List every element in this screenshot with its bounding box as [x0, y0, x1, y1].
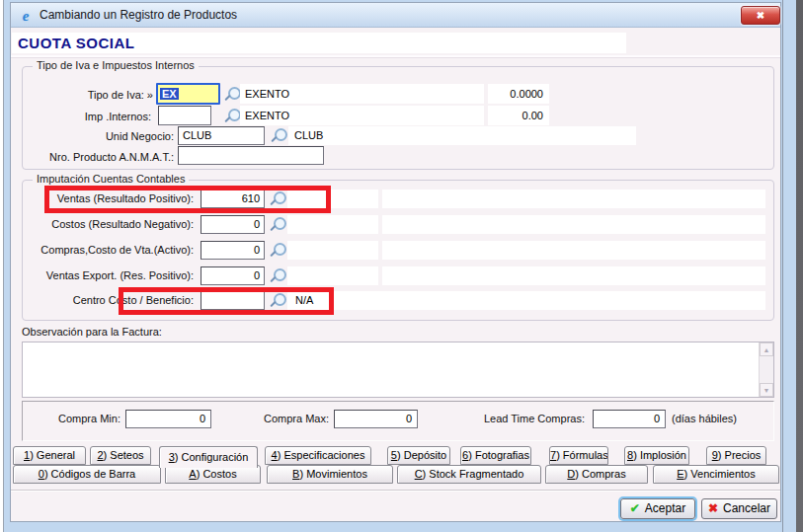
frame-shadow [782, 0, 783, 532]
ventas-export-input[interactable]: 0 [201, 266, 265, 285]
tab-fotografias[interactable]: 6) Fotografias [460, 446, 531, 465]
separator [11, 57, 780, 58]
search-icon[interactable] [269, 267, 285, 284]
ventas-label: Ventas (Resultado Positivo): [22, 190, 194, 208]
search-icon[interactable] [223, 108, 240, 124]
observacion-textarea[interactable]: ▲ ▼ [22, 342, 774, 398]
search-icon[interactable] [270, 127, 286, 144]
compra-min-label: Compra Min: [30, 410, 120, 428]
compra-min-input[interactable]: 0 [125, 410, 211, 428]
tab-precios[interactable]: 9) Precios [706, 446, 766, 465]
costos-input[interactable]: 0 [201, 215, 265, 234]
group-tipo-iva-legend: Tipo de Iva e Impuestos Internos [33, 59, 199, 71]
search-icon[interactable] [223, 86, 240, 103]
tipo-iva-rate-field: 0.0000 [488, 84, 549, 104]
unid-negocio-desc-field: CLUB [288, 126, 636, 145]
imp-internos-desc-field: EXENTO [240, 106, 484, 125]
scroll-up-icon[interactable]: ▲ [760, 342, 773, 356]
tipo-iva-desc-field: EXENTO [240, 84, 484, 104]
background-left [0, 0, 4, 532]
compras-activo-input[interactable]: 0 [201, 241, 265, 260]
ventas-export-desc-field [287, 266, 378, 285]
compra-max-input[interactable]: 0 [334, 410, 418, 428]
imp-internos-rate-field: 0.00 [488, 106, 549, 125]
group-cuentas-legend: Imputación Cuentas Contables [33, 173, 189, 185]
costos-label: Costos (Resultado Negativo): [22, 215, 194, 234]
accept-button[interactable]: ✔Aceptar [620, 498, 695, 519]
tab-implosion[interactable]: 8) Implosión [624, 446, 689, 465]
tipo-iva-input[interactable]: EX [156, 83, 220, 105]
costos-extra-field [382, 215, 765, 234]
search-icon[interactable] [269, 216, 285, 233]
screen: e Cambiando un Registro de Productos ✖ C… [0, 0, 803, 532]
tab-movimientos[interactable]: B) Movimientos [267, 465, 393, 484]
tab-especificaciones[interactable]: 4) Especificaciones [265, 446, 371, 465]
compras-activo-desc-field [287, 241, 378, 260]
tab-vencimientos[interactable]: E) Vencimientos [653, 465, 779, 484]
background-window-behind [796, 0, 803, 532]
search-icon[interactable] [269, 292, 285, 309]
centro-costo-input[interactable] [201, 291, 265, 310]
ventas-export-label: Ventas Export. (Res. Positivo): [22, 266, 194, 285]
tab-deposito[interactable]: 5) Depósito [387, 446, 450, 465]
imp-internos-input[interactable] [158, 106, 211, 125]
compras-activo-label: Compras,Costo de Vta.(Activo): [22, 241, 194, 260]
tab-codigos-de-barra[interactable]: 0) Códigos de Barra [13, 465, 161, 484]
tab-general[interactable]: 1) General [13, 446, 86, 465]
observacion-label: Observación para la Factura: [22, 326, 219, 338]
tab-stock-fragmentado[interactable]: C) Stock Fragmentado [397, 465, 541, 484]
tipo-iva-selected-text: EX [160, 88, 179, 100]
ventas-export-extra-field [382, 266, 765, 285]
ventas-input[interactable]: 610 [201, 190, 265, 208]
unid-negocio-input[interactable]: CLUB [178, 126, 265, 145]
nro-anmat-label: Nro. Producto A.N.M.A.T.: [22, 148, 174, 167]
centro-costo-label: Centro Costo / Beneficio: [22, 291, 194, 310]
product-name-field[interactable]: CUOTA SOCIAL [12, 33, 626, 53]
cancel-button[interactable]: ✖Cancelar [701, 498, 777, 519]
tab-formulas[interactable]: 7) Fórmulas [549, 446, 608, 465]
search-icon[interactable] [269, 190, 285, 207]
compra-max-label: Compra Max: [237, 410, 329, 428]
scroll-down-icon[interactable]: ▼ [760, 383, 773, 397]
costos-desc-field [287, 215, 378, 234]
divider [11, 491, 780, 492]
lead-time-input[interactable]: 0 [593, 410, 666, 428]
nro-anmat-input[interactable] [178, 146, 324, 165]
centro-costo-desc-field: N/A [287, 291, 765, 310]
tab-configuracion[interactable]: 3) Configuración [159, 446, 258, 468]
check-icon: ✔ [630, 501, 640, 515]
unid-negocio-label: Unid Negocio: [22, 127, 174, 146]
imp-internos-label: Imp .Internos: [22, 108, 151, 126]
compras-activo-extra-field [382, 241, 765, 260]
x-icon: ✖ [708, 501, 718, 515]
lead-time-label: Lead Time Compras: [464, 410, 585, 428]
window-title: Cambiando un Registro de Productos [40, 8, 237, 22]
scrollbar[interactable]: ▲ ▼ [759, 342, 773, 397]
ventas-desc-field [287, 190, 378, 208]
lead-time-suffix: (días hábiles) [672, 410, 780, 428]
tab-seteos[interactable]: 2) Seteos [90, 446, 151, 465]
ventas-extra-field [382, 190, 765, 208]
close-button[interactable]: ✖ [741, 6, 780, 25]
tipo-iva-label: Tipo de Iva: » [22, 86, 153, 105]
search-icon[interactable] [269, 242, 285, 259]
tab-compras[interactable]: D) Compras [545, 465, 648, 484]
app-icon: e [17, 7, 35, 25]
